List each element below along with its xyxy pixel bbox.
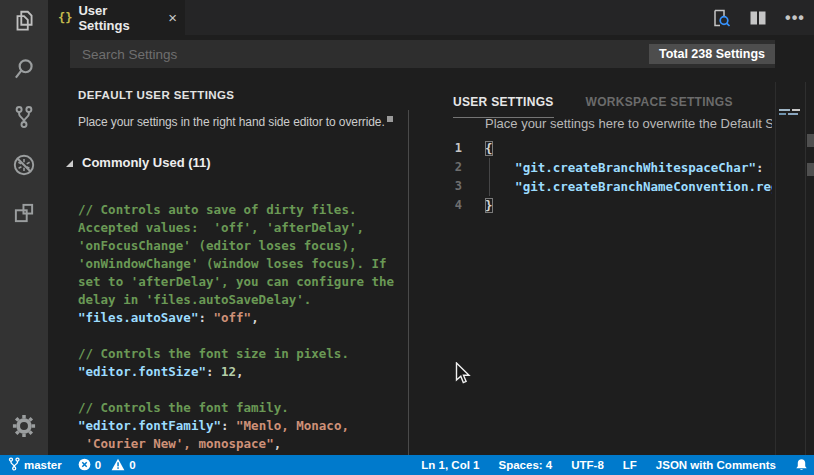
left-editor-scrollbar[interactable] xyxy=(408,110,409,455)
debug-icon xyxy=(11,152,37,182)
more-actions-icon[interactable]: ••• xyxy=(784,7,806,29)
expand-twistie-icon xyxy=(66,160,73,167)
activity-extensions-button[interactable] xyxy=(0,192,48,238)
cursor-position-status[interactable]: Ln 1, Col 1 xyxy=(421,459,479,471)
tab-user-settings-target[interactable]: USER SETTINGS xyxy=(453,95,554,118)
tab-bar: {} User Settings × ••• xyxy=(48,0,814,35)
open-preview-icon[interactable] xyxy=(710,7,732,29)
user-settings-pane: USER SETTINGS WORKSPACE SETTINGS Place y… xyxy=(437,82,814,455)
code-line[interactable]: Accepted values: 'off', 'afterDelay', xyxy=(78,219,437,237)
line-number: 2 xyxy=(437,158,462,177)
code-line[interactable]: 'Courier New', monospace", xyxy=(78,435,437,453)
code-line[interactable]: // Controls the font family. xyxy=(78,399,437,417)
minimap-line xyxy=(779,113,786,115)
close-icon[interactable]: × xyxy=(168,10,177,25)
user-settings-description: Place your settings here to overwrite th… xyxy=(485,116,772,131)
status-bar: master 0 0 xyxy=(0,455,814,475)
code-line[interactable]: 'onFocusChange' (editor loses focus), xyxy=(78,237,437,255)
activity-bar xyxy=(0,0,48,455)
tab-workspace-settings-target[interactable]: WORKSPACE SETTINGS xyxy=(586,95,733,118)
problems-status[interactable]: 0 0 xyxy=(78,458,136,473)
tab-label: User Settings xyxy=(78,3,159,33)
code-line[interactable]: "editor.fontFamily": "Menlo, Monaco, xyxy=(78,417,437,435)
git-branch-status[interactable]: master xyxy=(8,457,62,473)
files-icon xyxy=(11,8,37,38)
code-line[interactable]: 3 "git.createBranchNameConvention.reg xyxy=(437,177,772,196)
ruler-decoration xyxy=(807,163,814,176)
settings-search-row: Total 238 Settings xyxy=(48,35,814,82)
total-settings-badge: Total 238 Settings xyxy=(649,44,775,64)
activity-debug-button[interactable] xyxy=(0,144,48,190)
code-line[interactable]: 1{ xyxy=(437,139,772,158)
git-branch-icon xyxy=(11,104,37,134)
notifications-bell-icon[interactable] xyxy=(795,458,808,472)
error-icon xyxy=(78,458,91,473)
minimap-line xyxy=(788,113,798,115)
activity-explorer-button[interactable] xyxy=(0,0,48,46)
tab-user-settings[interactable]: {} User Settings × xyxy=(48,0,185,35)
json-file-icon: {} xyxy=(58,11,72,25)
warning-icon xyxy=(111,458,125,473)
encoding-status[interactable]: UTF-8 xyxy=(571,459,604,471)
activity-source-control-button[interactable] xyxy=(0,96,48,142)
minimap-line xyxy=(779,109,790,111)
line-number: 3 xyxy=(437,177,462,196)
indentation-status[interactable]: Spaces: 4 xyxy=(499,459,553,471)
ruler-decoration xyxy=(807,134,814,147)
code-line[interactable]: delay in 'files.autoSaveDelay'. xyxy=(78,291,437,309)
user-settings-code[interactable]: 1{2 "git.createBranchWhitespaceChar": "3… xyxy=(437,139,772,215)
code-line[interactable]: 2 "git.createBranchWhitespaceChar": " xyxy=(437,158,772,177)
vscode-window: {} User Settings × ••• xyxy=(0,0,814,475)
code-line[interactable]: // Controls the font size in pixels. xyxy=(78,345,437,363)
gear-icon xyxy=(10,412,38,444)
fold-marker xyxy=(387,116,393,122)
code-line[interactable]: "files.autoSave": "off", xyxy=(78,309,437,327)
indent-guide xyxy=(489,158,490,196)
activity-search-button[interactable] xyxy=(0,48,48,94)
minimap-line xyxy=(792,109,800,111)
default-settings-title: DEFAULT USER SETTINGS xyxy=(78,89,234,101)
code-line[interactable]: // Controls auto save of dirty files. xyxy=(78,201,437,219)
settings-target-tabs: USER SETTINGS WORKSPACE SETTINGS xyxy=(453,95,733,118)
section-commonly-used[interactable]: Commonly Used (11) xyxy=(66,155,211,170)
minimap[interactable] xyxy=(775,82,806,455)
line-number: 4 xyxy=(437,196,462,215)
eol-status[interactable]: LF xyxy=(623,459,637,471)
code-line[interactable] xyxy=(78,381,437,399)
code-line[interactable] xyxy=(78,327,437,345)
default-settings-code[interactable]: // Controls auto save of dirty files.Acc… xyxy=(78,201,437,453)
default-settings-description: Place your settings in the right hand si… xyxy=(78,115,393,129)
status-left: master 0 0 xyxy=(0,457,136,473)
branch-icon xyxy=(8,457,20,473)
status-right: Ln 1, Col 1 Spaces: 4 UTF-8 LF JSON with… xyxy=(421,458,808,472)
search-icon xyxy=(11,56,37,86)
code-line[interactable]: set to 'afterDelay', you can configure t… xyxy=(78,273,437,291)
settings-gear-button[interactable] xyxy=(0,405,48,451)
extensions-icon xyxy=(11,200,37,230)
line-number: 1 xyxy=(437,139,462,158)
language-mode-status[interactable]: JSON with Comments xyxy=(656,459,776,471)
overview-ruler xyxy=(805,82,814,455)
code-line[interactable]: "editor.fontSize": 12, xyxy=(78,363,437,381)
code-line[interactable]: 'onWindowChange' (window loses focus). I… xyxy=(78,255,437,273)
code-line[interactable]: 4} xyxy=(437,196,772,215)
editor-actions: ••• xyxy=(710,0,806,35)
default-settings-pane: DEFAULT USER SETTINGS Place your setting… xyxy=(48,82,437,455)
split-editor-icon[interactable] xyxy=(747,7,769,29)
